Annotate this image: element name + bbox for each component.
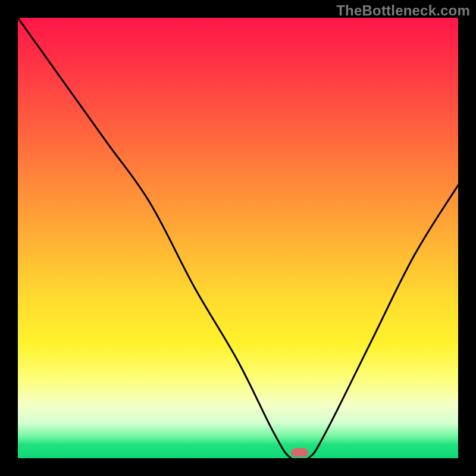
chart-frame: TheBottleneck.com [0, 0, 476, 476]
watermark-text: TheBottleneck.com [336, 2, 470, 19]
curve-path [18, 18, 458, 458]
plot-area [18, 18, 458, 458]
optimum-marker [291, 448, 309, 457]
bottleneck-curve [18, 18, 458, 458]
